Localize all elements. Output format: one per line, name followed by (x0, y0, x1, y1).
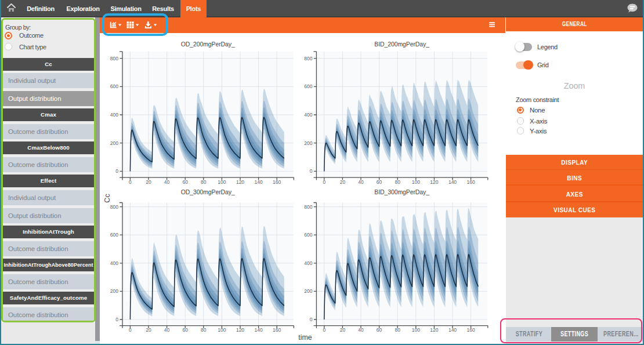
svg-text:160: 160 (273, 327, 281, 333)
svg-text:120: 120 (236, 327, 244, 333)
svg-text:600: 600 (110, 232, 118, 238)
svg-text:20: 20 (146, 179, 151, 185)
svg-text:80: 80 (395, 327, 400, 333)
svg-text:140: 140 (255, 179, 263, 185)
svg-text:60: 60 (182, 327, 188, 333)
svg-text:800: 800 (110, 56, 118, 61)
svg-text:20: 20 (146, 327, 151, 333)
svg-text:0: 0 (115, 317, 118, 322)
svg-text:20: 20 (340, 179, 346, 185)
svg-text:140: 140 (448, 179, 457, 185)
svg-text:120: 120 (430, 327, 438, 333)
svg-text:400: 400 (304, 112, 312, 118)
svg-text:100: 100 (412, 327, 420, 333)
svg-text:600: 600 (110, 83, 118, 89)
svg-text:BID_300mgPerDay_: BID_300mgPerDay_ (374, 188, 429, 195)
svg-text:800: 800 (304, 204, 312, 210)
svg-text:80: 80 (201, 327, 207, 333)
svg-text:Cc: Cc (103, 194, 111, 202)
svg-text:160: 160 (467, 179, 475, 185)
svg-text:100: 100 (218, 179, 226, 185)
svg-text:200: 200 (304, 288, 312, 294)
svg-text:40: 40 (164, 327, 170, 333)
svg-text:160: 160 (467, 327, 475, 333)
svg-text:140: 140 (448, 327, 457, 333)
svg-text:600: 600 (304, 83, 312, 89)
svg-text:80: 80 (395, 179, 400, 185)
svg-text:0: 0 (310, 168, 313, 174)
svg-text:0: 0 (323, 327, 325, 333)
svg-text:120: 120 (430, 179, 438, 185)
svg-text:40: 40 (358, 327, 364, 333)
svg-text:time: time (298, 333, 312, 342)
svg-text:100: 100 (218, 327, 226, 333)
svg-text:800: 800 (110, 204, 118, 210)
svg-text:140: 140 (255, 327, 263, 333)
svg-text:0: 0 (115, 168, 118, 174)
svg-text:80: 80 (201, 179, 207, 185)
svg-text:40: 40 (358, 179, 364, 185)
svg-text:BID_200mgPerDay_: BID_200mgPerDay_ (374, 41, 429, 48)
svg-text:OD_200mgPerDay_: OD_200mgPerDay_ (181, 41, 235, 48)
svg-text:100: 100 (412, 179, 420, 185)
svg-text:400: 400 (110, 112, 118, 118)
svg-text:160: 160 (273, 179, 281, 185)
svg-text:120: 120 (236, 179, 244, 185)
svg-text:OD_300mgPerDay_: OD_300mgPerDay_ (181, 188, 235, 195)
svg-text:60: 60 (182, 179, 188, 185)
svg-text:200: 200 (110, 288, 118, 294)
svg-text:800: 800 (304, 56, 312, 61)
svg-text:400: 400 (110, 260, 118, 266)
svg-text:0: 0 (323, 179, 325, 185)
svg-text:0: 0 (129, 327, 132, 333)
svg-text:400: 400 (304, 260, 312, 266)
svg-text:0: 0 (310, 317, 313, 322)
svg-text:600: 600 (304, 232, 312, 238)
svg-text:40: 40 (164, 179, 170, 185)
svg-text:60: 60 (377, 179, 382, 185)
svg-text:0: 0 (129, 179, 132, 185)
svg-text:20: 20 (340, 327, 346, 333)
svg-text:200: 200 (304, 140, 312, 146)
svg-text:60: 60 (377, 327, 382, 333)
svg-text:200: 200 (110, 140, 118, 146)
